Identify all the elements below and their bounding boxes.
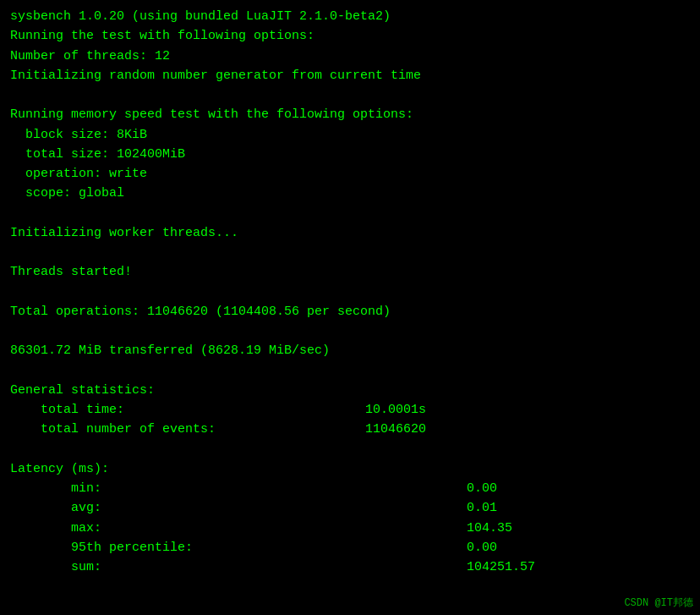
latency-max-row: max: 104.35 [10, 519, 690, 538]
general-stats-header: General statistics: [10, 381, 690, 400]
latency-min-label: min: [10, 479, 467, 498]
empty-line-6 [10, 361, 690, 381]
total-events-label: total number of events: [10, 420, 365, 439]
latency-avg-row: avg: 0.01 [10, 498, 690, 518]
latency-avg-label: avg: [10, 498, 467, 518]
threads-started-line: Threads started! [10, 262, 690, 282]
empty-line-2 [10, 204, 690, 223]
empty-line-4 [10, 283, 690, 302]
latency-sum-row: sum: 104251.57 [10, 557, 690, 577]
rng-init-line: Initializing random number generator fro… [10, 66, 690, 85]
block-size-line: block size: 8KiB [10, 125, 690, 145]
empty-line-1 [10, 85, 690, 105]
latency-p95-row: 95th percentile: 0.00 [10, 538, 690, 557]
total-events-row: total number of events: 11046620 [10, 420, 690, 439]
total-time-label: total time: [10, 400, 365, 420]
init-workers-line: Initializing worker threads... [10, 223, 690, 243]
total-size-line: total size: 102400MiB [10, 145, 690, 164]
scope-line: scope: global [10, 184, 690, 203]
running-options-line: Running the test with following options: [10, 26, 690, 46]
latency-header: Latency (ms): [10, 459, 690, 479]
latency-avg-value: 0.01 [467, 498, 497, 518]
latency-sum-label: sum: [10, 557, 467, 577]
header-line: sysbench 1.0.20 (using bundled LuaJIT 2.… [10, 7, 690, 26]
latency-p95-label: 95th percentile: [10, 538, 467, 557]
empty-line-3 [10, 243, 690, 262]
latency-min-row: min: 0.00 [10, 479, 690, 498]
empty-line-7 [10, 440, 690, 459]
total-time-row: total time: 10.0001s [10, 400, 690, 420]
mib-transferred-line: 86301.72 MiB transferred (8628.19 MiB/se… [10, 341, 690, 360]
total-ops-line: Total operations: 11046620 (1104408.56 p… [10, 302, 690, 321]
memory-test-line: Running memory speed test with the follo… [10, 105, 690, 124]
operation-line: operation: write [10, 164, 690, 184]
watermark: CSDN @IT邦德 [624, 596, 693, 610]
threads-line: Number of threads: 12 [10, 47, 690, 66]
terminal-window: sysbench 1.0.20 (using bundled LuaJIT 2.… [0, 0, 700, 615]
latency-min-value: 0.00 [467, 479, 497, 498]
latency-max-value: 104.35 [467, 519, 512, 538]
total-time-value: 10.0001s [365, 400, 426, 420]
total-events-value: 11046620 [365, 420, 426, 439]
empty-line-5 [10, 321, 690, 341]
latency-max-label: max: [10, 519, 467, 538]
latency-sum-value: 104251.57 [467, 557, 535, 577]
latency-p95-value: 0.00 [467, 538, 497, 557]
